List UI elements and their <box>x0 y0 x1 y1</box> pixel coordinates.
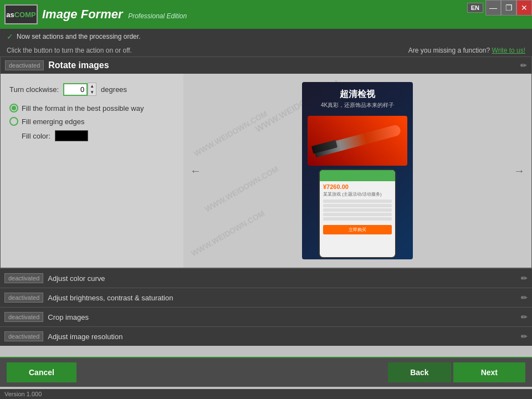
action-2-label: Crop images <box>48 313 89 321</box>
preview-arrow-left[interactable]: ← <box>190 165 201 177</box>
app-name-group: Image Former Professional Edition <box>42 7 187 22</box>
version-text: Version 1.000 <box>4 391 42 397</box>
degrees-input-wrapper: ▲ ▼ <box>63 83 96 96</box>
rotate-header-left: deactivated Rotate images <box>5 60 109 70</box>
app-title: Image Former <box>42 7 123 21</box>
close-button[interactable]: ✕ <box>516 0 532 16</box>
product-header-text: 超清检视 <box>335 82 380 101</box>
degrees-input[interactable] <box>63 83 88 96</box>
version-bar: Version 1.000 <box>0 389 532 399</box>
fill-format-option[interactable]: Fill the format in the best possible way <box>9 104 175 112</box>
turn-clockwise-row: Turn clockwise: ▲ ▼ degrees <box>9 83 175 96</box>
action-row-0[interactable]: deactivated Adjust color curve ✏ <box>0 268 532 288</box>
rotate-panel: deactivated Rotate images ✏ Turn clockwi… <box>0 57 532 268</box>
phone-price: ¥7260.00 <box>320 181 395 191</box>
phone-mockup: ¥7260.00 某某游戏 (主题活动/活动服务) 立即购买 <box>319 169 396 259</box>
hint-right: Are you missing a function? Write to us! <box>408 47 525 54</box>
write-to-us-link[interactable]: Write to us! <box>492 47 525 54</box>
rotate-edit-icon[interactable]: ✏ <box>520 61 527 70</box>
action-row-1[interactable]: deactivated Adjust brightness, contrast … <box>0 288 532 307</box>
action-2-edit-icon[interactable]: ✏ <box>521 313 528 321</box>
fill-format-radio[interactable] <box>9 104 18 112</box>
action-2-badge[interactable]: deactivated <box>4 312 43 322</box>
cancel-button[interactable]: Cancel <box>7 362 76 382</box>
back-button[interactable]: Back <box>388 362 451 382</box>
hint-bar: Click the button to turn the action on o… <box>0 44 532 57</box>
knife-image-area <box>308 116 407 166</box>
rotate-body: Turn clockwise: ▲ ▼ degrees Fill the for… <box>1 74 531 268</box>
action-0-badge[interactable]: deactivated <box>4 273 43 283</box>
fill-color-row: Fill color: <box>22 130 175 141</box>
nav-buttons: Back Next <box>388 362 525 382</box>
restore-button[interactable]: ❐ <box>501 0 516 16</box>
action-0-label: Adjust color curve <box>48 274 105 283</box>
phone-desc: 某某游戏 (主题活动/活动服务) <box>320 191 395 197</box>
title-bar: as COMP Image Former Professional Editio… <box>0 0 532 29</box>
logo-as: as <box>6 11 14 19</box>
fill-format-label: Fill the format in the best possible way <box>22 104 144 112</box>
degrees-spinner: ▲ ▼ <box>88 83 96 96</box>
action-row-3-left: deactivated Adjust image resolution <box>4 331 122 341</box>
hint-text: Click the button to turn the action on o… <box>7 47 132 54</box>
knife-shape <box>313 124 402 157</box>
action-1-badge[interactable]: deactivated <box>4 293 43 303</box>
next-button[interactable]: Next <box>453 362 525 382</box>
rotate-header: deactivated Rotate images ✏ <box>1 57 531 74</box>
watermark-3: WWW.WEIDOWN.COM <box>190 209 266 258</box>
action-3-badge[interactable]: deactivated <box>4 331 43 341</box>
rotate-deactivated-badge[interactable]: deactivated <box>5 60 44 70</box>
logo-area: as COMP Image Former Professional Editio… <box>4 4 187 24</box>
bottom-bar: Cancel Back Next <box>0 357 532 387</box>
phone-row-4 <box>323 213 392 216</box>
phone-top-bar <box>320 170 395 181</box>
window-controls: EN — ❐ ✕ <box>467 0 532 16</box>
preview-arrow-right[interactable]: → <box>514 165 525 177</box>
fill-color-swatch[interactable] <box>55 130 88 141</box>
action-3-edit-icon[interactable]: ✏ <box>521 332 528 341</box>
preview-area: WWW.WEIDOWN.COM WWW.WEIDOWN.COM WWW.WEID… <box>183 74 531 268</box>
rotate-controls: Turn clockwise: ▲ ▼ degrees Fill the for… <box>1 74 183 268</box>
fill-edges-label: Fill emerging edges <box>22 117 84 126</box>
logo-comp: COMP <box>14 11 36 19</box>
fill-edges-option[interactable]: Fill emerging edges <box>9 117 175 126</box>
watermark-2: WWW.WEIDOWN.COM <box>203 165 280 214</box>
action-0-edit-icon[interactable]: ✏ <box>521 274 528 283</box>
action-row-2[interactable]: deactivated Crop images ✏ <box>0 307 532 326</box>
watermark-1: WWW.WEIDOWN.COM <box>192 109 269 158</box>
minimize-button[interactable]: — <box>485 0 501 16</box>
degrees-unit-label: degrees <box>101 85 127 94</box>
turn-clockwise-label: Turn clockwise: <box>9 85 59 94</box>
phone-content: ¥7260.00 某某游戏 (主题活动/活动服务) 立即购买 <box>320 170 395 258</box>
degrees-decrement[interactable]: ▼ <box>88 89 96 95</box>
action-row-3[interactable]: deactivated Adjust image resolution ✏ <box>0 326 532 346</box>
action-3-label: Adjust image resolution <box>48 332 122 341</box>
phone-buy-button: 立即购买 <box>323 225 392 234</box>
action-rows: deactivated Adjust color curve ✏ deactiv… <box>0 268 532 346</box>
product-image: 超清检视 4K真彩，还原饰品本来的样子 ¥7260.00 某某游戏 (主题活动/… <box>302 82 413 259</box>
action-row-0-left: deactivated Adjust color curve <box>4 273 105 283</box>
product-sub-text: 4K真彩，还原饰品本来的样子 <box>316 101 398 114</box>
info-text: Now set actions and the processing order… <box>17 33 140 40</box>
fill-color-label: Fill color: <box>22 132 50 140</box>
fill-edges-radio[interactable] <box>9 117 18 126</box>
degrees-increment[interactable]: ▲ <box>88 83 96 89</box>
phone-row-1 <box>323 200 392 203</box>
action-1-edit-icon[interactable]: ✏ <box>521 293 528 302</box>
checkmark-icon: ✓ <box>7 32 13 41</box>
phone-row-2 <box>323 204 392 207</box>
action-row-2-left: deactivated Crop images <box>4 312 89 322</box>
app-logo: as COMP <box>4 4 38 24</box>
action-1-label: Adjust brightness, contrast & saturation <box>48 294 173 302</box>
missing-function-text: Are you missing a function? <box>408 47 490 54</box>
phone-rows <box>320 197 395 223</box>
phone-row-5 <box>323 217 392 221</box>
phone-row-3 <box>323 208 392 212</box>
lang-badge: EN <box>467 3 483 13</box>
action-row-1-left: deactivated Adjust brightness, contrast … <box>4 293 173 303</box>
rotate-title: Rotate images <box>48 60 109 70</box>
app-edition: Professional Edition <box>128 12 187 20</box>
info-bar: ✓ Now set actions and the processing ord… <box>0 29 532 44</box>
